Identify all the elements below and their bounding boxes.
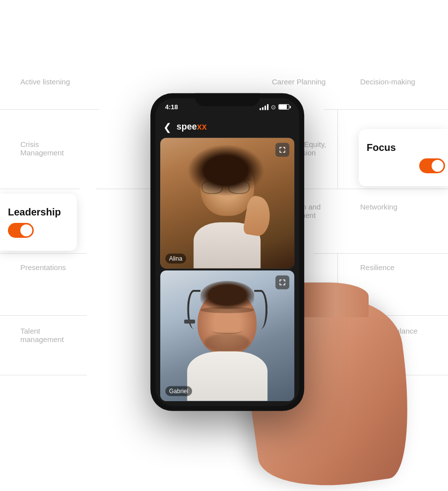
divider-vert-2 [337, 253, 338, 315]
skill-decision-making: Decision-making [360, 77, 415, 86]
back-button[interactable]: ❮ [163, 121, 172, 133]
focus-toggle[interactable] [419, 158, 445, 173]
video-tile-gabriel: Gabriel [160, 270, 294, 401]
skill-presentations: Presentations [20, 263, 66, 272]
expand-button-alina[interactable] [275, 142, 289, 156]
skill-resilience: Resilience [360, 263, 394, 272]
skill-active-listening: Active listening [20, 77, 70, 86]
alina-video-feed [160, 138, 294, 268]
divider-mid2-right [314, 253, 448, 254]
divider-top-right [324, 109, 448, 110]
divider-low-right [314, 315, 448, 316]
divider-bottom-left [0, 375, 87, 375]
focus-card-title: Focus [367, 142, 440, 153]
leadership-card: Leadership [0, 194, 77, 251]
skill-crisis-management: Crisis Management [20, 140, 64, 157]
status-icons: ⊙ [259, 103, 289, 110]
gabriel-video-feed [160, 270, 294, 401]
phone-mockup: 4:18 ⊙ ❮ speex [150, 93, 304, 411]
phone-screen: 4:18 ⊙ ❮ speex [155, 98, 299, 406]
divider-vert-3 [337, 315, 338, 375]
divider-top-left [0, 109, 99, 110]
expand-button-gabriel[interactable] [275, 275, 289, 289]
skill-career-planning: Career Planning [272, 77, 325, 86]
status-time: 4:18 [165, 103, 178, 111]
leadership-card-title: Leadership [8, 207, 69, 218]
skill-networking: Networking [360, 203, 397, 211]
nav-bar: ❮ speexx [155, 116, 299, 138]
participant-label-alina: Alina [165, 253, 187, 263]
phone-body: 4:18 ⊙ ❮ speex [150, 93, 304, 411]
divider-vert-4 [337, 375, 338, 424]
leadership-toggle[interactable] [8, 223, 34, 238]
divider-mid-left [0, 189, 79, 189]
phone-notch [195, 93, 259, 106]
wifi-icon: ⊙ [271, 103, 276, 110]
app-title: speexx [177, 122, 207, 132]
skill-talent: Talent management [20, 327, 64, 344]
signal-icon [259, 104, 268, 110]
battery-icon [278, 104, 289, 110]
video-container: Alina [160, 138, 294, 401]
divider-bottom-right [314, 375, 448, 375]
focus-card: Focus [359, 129, 448, 186]
divider-low-left [0, 315, 87, 316]
title-accent: xx [197, 122, 207, 132]
divider-vert-1 [337, 109, 338, 189]
video-tile-alina: Alina [160, 138, 294, 268]
divider-mid2-left [0, 253, 87, 254]
participant-label-gabriel: Gabriel [165, 386, 192, 396]
skill-work-life: Work-life balance [360, 327, 418, 335]
